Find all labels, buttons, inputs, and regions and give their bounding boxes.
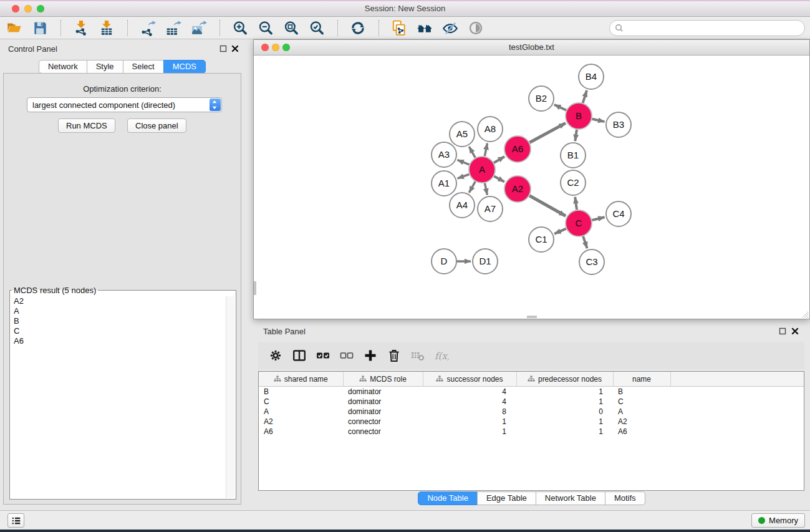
first-neighbors-button[interactable] [415, 19, 435, 37]
cell-shared-name[interactable]: C [259, 397, 343, 407]
tab-mcds[interactable]: MCDS [163, 60, 206, 74]
cell-predecessor-nodes[interactable]: 1 [516, 417, 613, 427]
cell-shared-name[interactable]: A6 [259, 427, 343, 437]
import-table-button[interactable] [97, 19, 117, 37]
cell-name[interactable]: A2 [613, 417, 670, 427]
graph-node-A8[interactable]: A8 [478, 117, 503, 142]
refresh-view-button[interactable] [349, 19, 369, 37]
delete-row-button[interactable] [387, 348, 402, 363]
graph-node-D[interactable]: D [432, 249, 456, 274]
graph-edge-A-A2[interactable] [494, 177, 504, 182]
cell-successor-nodes[interactable]: 4 [423, 397, 516, 407]
graph-node-D1[interactable]: D1 [473, 249, 498, 274]
graph-node-C3[interactable]: C3 [579, 249, 604, 274]
cell-MCDS-role[interactable]: dominator [343, 407, 423, 417]
export-image-button[interactable] [190, 19, 210, 37]
graph-node-A1[interactable]: A1 [432, 171, 456, 196]
cell-shared-name[interactable]: A [259, 407, 343, 417]
memory-button[interactable]: Memory [751, 513, 805, 528]
mcds-result-item[interactable]: A [14, 306, 223, 316]
show-all-button[interactable] [466, 19, 486, 37]
table-row[interactable]: Adominator80A [259, 407, 804, 417]
hide-selected-button[interactable] [441, 19, 461, 37]
export-table-button[interactable] [164, 19, 184, 37]
deselect-all-button[interactable] [339, 348, 354, 363]
cell-shared-name[interactable]: B [259, 387, 343, 397]
cell-predecessor-nodes[interactable]: 1 [516, 397, 613, 407]
graph-node-B1[interactable]: B1 [561, 143, 586, 168]
network-canvas[interactable]: B4B2BB3A8A5A6B1A3AA1C2A2A4A7C4CC1C3DD1 [254, 56, 809, 319]
tab-select[interactable]: Select [123, 60, 164, 74]
mcds-result-item[interactable]: A6 [14, 336, 223, 346]
graph-edge-A-A4[interactable] [469, 181, 475, 193]
save-session-button[interactable] [31, 19, 51, 37]
cell-successor-nodes[interactable]: 8 [423, 407, 516, 417]
resize-grip-icon[interactable] [800, 309, 809, 318]
search-box[interactable] [609, 20, 805, 36]
run-mcds-button[interactable]: Run MCDS [58, 118, 115, 133]
zoom-fit-button[interactable] [282, 19, 302, 37]
mcds-result-item[interactable]: C [14, 326, 223, 336]
graph-node-B4[interactable]: B4 [579, 64, 604, 89]
graph-node-B[interactable]: B [566, 103, 592, 129]
duplicate-network-button[interactable] [390, 19, 410, 37]
zoom-out-button[interactable] [256, 19, 276, 37]
cell-predecessor-nodes[interactable]: 0 [516, 407, 613, 417]
column-header-successor-nodes[interactable]: successor nodes [423, 372, 516, 387]
graph-node-A[interactable]: A [469, 157, 495, 183]
cell-name[interactable]: A [613, 407, 670, 417]
add-row-button[interactable] [363, 348, 378, 363]
cell-successor-nodes[interactable]: 1 [423, 427, 516, 437]
cell-name[interactable]: B [613, 387, 670, 397]
zoom-in-button[interactable] [231, 19, 251, 37]
cell-predecessor-nodes[interactable]: 1 [516, 427, 613, 437]
graph-node-A6[interactable]: A6 [504, 136, 531, 162]
column-header-name[interactable]: name [613, 372, 670, 387]
graph-edge-A2-C[interactable] [529, 196, 566, 216]
mcds-result-item[interactable]: A2 [14, 296, 223, 306]
optimization-criterion-select[interactable]: largest connected component (directed) [27, 97, 222, 112]
tab-edge-table[interactable]: Edge Table [477, 491, 536, 505]
graph-edge-C-C3[interactable] [583, 236, 587, 248]
cell-successor-nodes[interactable]: 4 [423, 387, 516, 397]
cell-successor-nodes[interactable]: 1 [423, 417, 516, 427]
zoom-window-button[interactable] [37, 5, 44, 12]
graph-edge-C-C4[interactable] [592, 217, 604, 220]
column-header-MCDS-role[interactable]: MCDS role [343, 372, 423, 387]
tab-network-table[interactable]: Network Table [536, 491, 605, 505]
graph-node-A5[interactable]: A5 [450, 122, 475, 147]
graph-edge-B-B1[interactable] [575, 130, 577, 141]
float-table-panel-icon[interactable] [778, 327, 788, 336]
zoom-selected-button[interactable] [307, 19, 327, 37]
tab-motifs[interactable]: Motifs [605, 491, 645, 505]
cell-MCDS-role[interactable]: dominator [343, 387, 423, 397]
graph-edge-B-B4[interactable] [583, 90, 587, 103]
columns-button[interactable] [292, 348, 307, 363]
cell-MCDS-role[interactable]: connector [343, 417, 423, 427]
network-close-button[interactable] [261, 44, 269, 51]
graph-edge-C-C2[interactable] [575, 197, 577, 210]
graph-edge-B-B2[interactable] [554, 105, 566, 110]
table-row[interactable]: Cdominator41C [259, 397, 804, 407]
graph-node-B3[interactable]: B3 [606, 112, 631, 137]
graph-node-A7[interactable]: A7 [478, 196, 503, 221]
float-panel-icon[interactable] [218, 45, 228, 54]
graph-edge-A-A6[interactable] [494, 157, 504, 163]
graph-node-C1[interactable]: C1 [529, 227, 554, 252]
tab-network[interactable]: Network [39, 60, 87, 74]
graph-edge-A-A3[interactable] [457, 160, 469, 165]
network-window-titlebar[interactable]: testGlobe.txt [254, 40, 809, 56]
network-zoom-button[interactable] [282, 44, 290, 51]
column-header-shared-name[interactable]: shared name [259, 372, 343, 387]
graph-node-A2[interactable]: A2 [504, 176, 531, 202]
open-session-button[interactable] [5, 19, 25, 37]
task-history-button[interactable] [7, 513, 24, 528]
tab-node-table[interactable]: Node Table [418, 491, 478, 505]
graph-edge-B-B3[interactable] [592, 119, 605, 122]
close-table-panel-icon[interactable] [790, 327, 800, 336]
graph-edge-C-C1[interactable] [554, 229, 566, 234]
export-network-button[interactable] [138, 19, 158, 37]
cell-MCDS-role[interactable]: dominator [343, 397, 423, 407]
cell-predecessor-nodes[interactable]: 1 [516, 387, 613, 397]
close-panel-icon[interactable] [230, 45, 240, 54]
